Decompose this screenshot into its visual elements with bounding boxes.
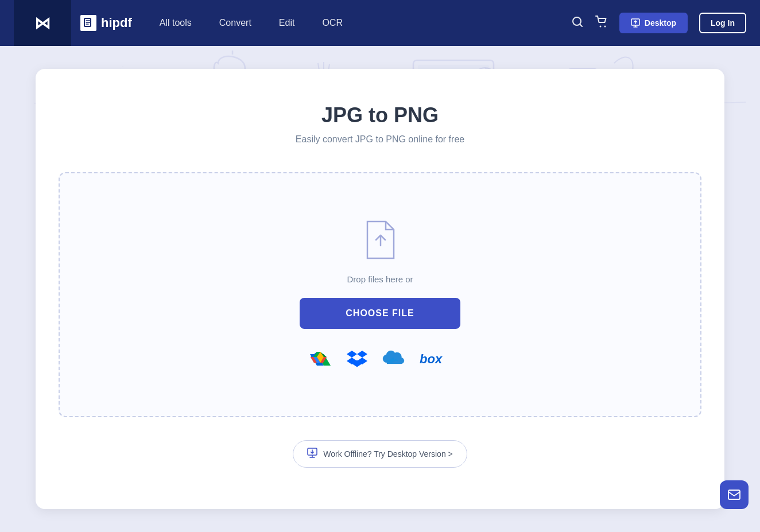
search-button[interactable]: [571, 15, 584, 31]
upload-icon: [359, 219, 401, 261]
svg-text:box: box: [420, 352, 443, 366]
svg-point-2: [599, 25, 601, 27]
desktop-download-icon: [307, 448, 317, 460]
page-title: JPG to PNG: [59, 103, 701, 127]
svg-rect-34: [728, 490, 740, 499]
converter-card: JPG to PNG Easily convert JPG to PNG onl…: [36, 69, 724, 509]
cloud-services: box: [309, 347, 451, 370]
hipdf-logo: hipdf: [80, 15, 132, 31]
drop-text: Drop files here or: [347, 274, 413, 284]
nav-ocr[interactable]: OCR: [322, 18, 343, 28]
offline-banner: Work Offline? Try Desktop Version >: [59, 440, 701, 468]
onedrive-icon[interactable]: [382, 347, 405, 370]
page-subtitle: Easily convert JPG to PNG online for fre…: [59, 134, 701, 145]
wondershare-logo: ⋈: [14, 0, 71, 46]
nav-all-tools[interactable]: All tools: [160, 18, 192, 28]
cart-button[interactable]: [595, 15, 608, 31]
wondershare-icon: ⋈: [34, 14, 51, 33]
drop-zone[interactable]: Drop files here or CHOOSE FILE: [59, 172, 701, 417]
dropbox-icon[interactable]: [346, 347, 369, 370]
main-content: JPG to PNG Easily convert JPG to PNG onl…: [0, 46, 760, 532]
desktop-button[interactable]: Desktop: [619, 13, 688, 33]
hipdf-logo-icon: [80, 15, 96, 31]
nav-edit[interactable]: Edit: [279, 18, 295, 28]
floating-email-button[interactable]: [720, 480, 749, 509]
nav-convert[interactable]: Convert: [219, 18, 251, 28]
desktop-label: Desktop: [645, 18, 676, 28]
offline-pill[interactable]: Work Offline? Try Desktop Version >: [293, 440, 467, 468]
navbar: ⋈ hipdf All tools Convert Edit OCR: [0, 0, 760, 46]
svg-point-3: [604, 25, 606, 27]
nav-actions: Desktop Log In: [571, 13, 746, 33]
hipdf-text: hipdf: [101, 15, 132, 30]
nav-links: All tools Convert Edit OCR: [160, 18, 571, 28]
login-button[interactable]: Log In: [699, 13, 746, 33]
box-icon[interactable]: box: [419, 347, 451, 370]
offline-text: Work Offline? Try Desktop Version >: [323, 449, 453, 459]
choose-file-button[interactable]: CHOOSE FILE: [300, 298, 460, 329]
google-drive-icon[interactable]: [309, 347, 332, 370]
